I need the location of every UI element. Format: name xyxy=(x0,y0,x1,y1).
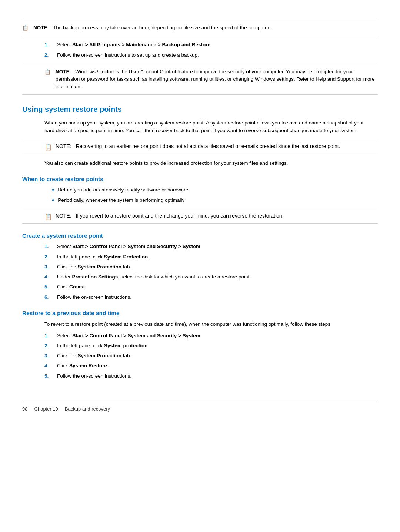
create-step-3: 3. Click the System Protection tab. xyxy=(44,263,378,271)
uac-note: 📋 NOTE: Windows® includes the User Accou… xyxy=(22,64,378,95)
when-bullet-1: • Before you add or extensively modify s… xyxy=(52,186,378,194)
when-note-text: NOTE: If you revert to a restore point a… xyxy=(56,213,284,219)
when-note: 📋 NOTE: If you revert to a restore point… xyxy=(22,210,378,224)
create-step-5: 5. Click Create. xyxy=(44,283,378,291)
restore-step-5: 5. Follow the on-screen instructions. xyxy=(44,372,378,380)
footer-page-num: 98 xyxy=(22,406,27,412)
restore-step-2: 2. In the left pane, click System protec… xyxy=(44,342,378,349)
intro-steps-list: 1. Select Start > All Programs > Mainten… xyxy=(22,41,378,59)
uac-note-text: NOTE: Windows® includes the User Account… xyxy=(56,68,378,91)
create-step-2: 2. In the left pane, click System Protec… xyxy=(44,253,378,261)
when-note-icon: 📋 xyxy=(44,213,53,220)
restore-note: 📋 NOTE: Recovering to an earlier restore… xyxy=(22,140,378,154)
subsection-when-title: When to create restore points xyxy=(22,176,378,183)
section-restore-body1: When you back up your system, you are cr… xyxy=(22,119,378,135)
create-step-1: 1. Select Start > Control Panel > System… xyxy=(44,243,378,250)
when-bullet-2: • Periodically, whenever the system is p… xyxy=(52,197,378,205)
footer: 98 Chapter 10 Backup and recovery xyxy=(22,402,378,412)
footer-chapter: Chapter 10 xyxy=(34,406,58,412)
create-step-4: 4. Under Protection Settings, select the… xyxy=(44,273,378,281)
restore-note-icon: 📋 xyxy=(44,144,53,151)
restore-step-1: 1. Select Start > Control Panel > System… xyxy=(44,332,378,339)
top-note-text: NOTE: The backup process may take over a… xyxy=(33,24,270,31)
when-bullets-list: • Before you add or extensively modify s… xyxy=(22,186,378,204)
note-icon: 📋 xyxy=(22,24,30,32)
create-step-6: 6. Follow the on-screen instructions. xyxy=(44,294,378,301)
create-steps-list: 1. Select Start > Control Panel > System… xyxy=(22,243,378,301)
intro-step-1: 1. Select Start > All Programs > Mainten… xyxy=(44,41,378,48)
footer-chapter-title: Backup and recovery xyxy=(65,406,110,412)
subsection-create-title: Create a system restore point xyxy=(22,232,378,239)
restore-step-3: 3. Click the System Protection tab. xyxy=(44,352,378,359)
restore-step-4: 4. Click System Restore. xyxy=(44,362,378,369)
intro-step-2: 2. Follow the on-screen instructions to … xyxy=(44,51,378,59)
section-restore-title: Using system restore points xyxy=(22,105,378,114)
restore-note-text: NOTE: Recovering to an earlier restore p… xyxy=(56,143,340,149)
restore-steps-list: 1. Select Start > Control Panel > System… xyxy=(22,332,378,380)
subsection-restore-title: Restore to a previous date and time xyxy=(22,310,378,317)
top-note: 📋 NOTE: The backup process may take over… xyxy=(22,20,378,36)
subsection-restore-body: To revert to a restore point (created at… xyxy=(22,320,378,328)
uac-note-icon: 📋 xyxy=(44,68,53,76)
section-restore-body2: You also can create additional restore p… xyxy=(22,159,378,167)
